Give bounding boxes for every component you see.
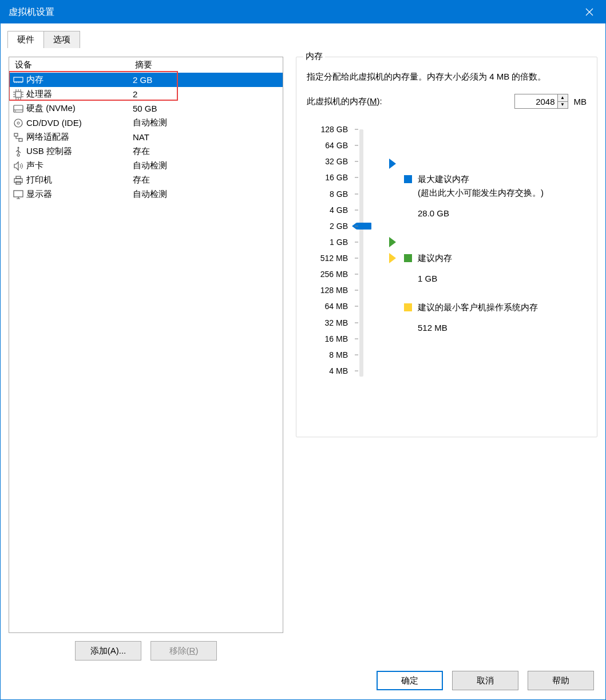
tick-label: 128 GB — [321, 125, 348, 134]
device-row-usb[interactable]: USB 控制器 存在 — [9, 144, 283, 159]
svg-rect-10 — [16, 176, 21, 179]
device-row-display[interactable]: 显示器 自动检测 — [9, 187, 283, 201]
device-name: CD/DVD (IDE) — [26, 118, 133, 128]
tick-label: 2 GB — [330, 222, 348, 231]
window-title: 虚拟机设置 — [9, 6, 54, 18]
memory-input[interactable] — [515, 94, 557, 108]
tick-mark — [355, 371, 358, 371]
col-device-header: 设备 — [15, 60, 135, 70]
legend-max-value: 28.0 GB — [418, 207, 544, 220]
tick-mark — [355, 306, 358, 307]
help-button[interactable]: 帮助 — [528, 671, 594, 690]
legend-column: 最大建议内存 (超出此大小可能发生内存交换。) 28.0 GB 建议内存 1 G… — [404, 127, 587, 379]
memory-slider-area: 128 GB64 GB32 GB16 GB8 GB4 GB2 GB1 GB512… — [307, 127, 587, 379]
device-summary: 2 — [133, 89, 283, 99]
cancel-button[interactable]: 取消 — [452, 671, 518, 690]
disk-icon — [13, 103, 24, 114]
spin-up[interactable]: ▲ — [558, 94, 568, 102]
tick-mark — [355, 322, 358, 323]
svg-point-5 — [17, 122, 19, 124]
legend-min: 建议的最小客户机操作系统内存 512 MB — [404, 301, 538, 334]
device-name: 硬盘 (NVMe) — [26, 103, 133, 114]
marker-min-icon — [389, 253, 396, 263]
device-summary: 存在 — [133, 146, 283, 157]
svg-rect-12 — [14, 191, 23, 197]
col-summary-header: 摘要 — [135, 60, 283, 70]
device-row-cd[interactable]: CD/DVD (IDE) 自动检测 — [9, 116, 283, 130]
legend-min-value: 512 MB — [418, 322, 538, 334]
tab-options[interactable]: 选项 — [43, 31, 80, 48]
device-summary: 自动检测 — [133, 160, 283, 171]
slider-track-line — [359, 129, 363, 377]
tab-options-label: 选项 — [53, 34, 70, 44]
ok-button[interactable]: 确定 — [377, 671, 443, 690]
legend-rec-title: 建议内存 — [418, 252, 452, 264]
device-list-header: 设备 摘要 — [9, 57, 283, 73]
svg-point-4 — [14, 119, 22, 127]
svg-point-8 — [17, 154, 19, 156]
usb-icon — [13, 146, 24, 157]
tick-label: 256 MB — [320, 270, 348, 279]
tick-label: 128 MB — [320, 286, 348, 295]
svg-point-3 — [15, 110, 16, 112]
add-button[interactable]: 添加(A)... — [75, 641, 141, 661]
left-pane: 设备 摘要 内存 2 GB 处理器 2 — [9, 57, 283, 661]
remove-button[interactable]: 移除(R) — [150, 641, 217, 661]
device-name: 声卡 — [26, 160, 133, 171]
dialog-buttons: 确定 取消 帮助 — [1, 669, 605, 699]
tick-mark — [355, 161, 358, 162]
device-summary: 存在 — [133, 175, 283, 185]
legend-max: 最大建议内存 (超出此大小可能发生内存交换。) 28.0 GB — [404, 173, 544, 220]
printer-icon — [13, 175, 24, 186]
legend-rec: 建议内存 1 GB — [404, 252, 452, 285]
spin-down[interactable]: ▼ — [558, 102, 568, 109]
network-icon — [13, 132, 24, 143]
svg-rect-7 — [19, 139, 22, 141]
device-list[interactable]: 设备 摘要 内存 2 GB 处理器 2 — [9, 57, 283, 633]
groupbox-title: 内存 — [303, 51, 325, 62]
right-pane: 内存 指定分配给此虚拟机的内存量。内存大小必须为 4 MB 的倍数。 此虚拟机的… — [296, 57, 597, 661]
content: 设备 摘要 内存 2 GB 处理器 2 — [1, 49, 605, 669]
legend-max-title: 最大建议内存 — [418, 173, 544, 185]
memory-slider[interactable] — [352, 127, 370, 379]
tick-labels: 128 GB64 GB32 GB16 GB8 GB4 GB2 GB1 GB512… — [307, 127, 352, 379]
device-row-disk[interactable]: 硬盘 (NVMe) 50 GB — [9, 101, 283, 116]
tick-label: 16 GB — [325, 173, 348, 182]
cd-icon — [13, 117, 24, 129]
device-row-memory[interactable]: 内存 2 GB — [9, 73, 283, 87]
titlebar: 虚拟机设置 — [1, 1, 605, 23]
tick-label: 32 MB — [325, 318, 348, 327]
left-buttons: 添加(A)... 移除(R) — [9, 641, 283, 661]
marker-column — [370, 127, 404, 379]
cpu-icon — [13, 89, 24, 100]
tab-hardware[interactable]: 硬件 — [7, 31, 44, 48]
memory-icon — [13, 74, 24, 86]
spinbox-arrows: ▲ ▼ — [557, 94, 568, 108]
swatch-green-icon — [404, 254, 412, 262]
tick-mark — [355, 242, 358, 242]
legend-max-note: (超出此大小可能发生内存交换。) — [418, 187, 544, 199]
memory-spinbox[interactable]: ▲ ▼ — [514, 94, 568, 109]
svg-rect-6 — [14, 133, 18, 136]
close-icon — [585, 8, 593, 16]
swatch-yellow-icon — [404, 303, 412, 311]
swatch-blue-icon — [404, 175, 412, 183]
device-row-cpu[interactable]: 处理器 2 — [9, 87, 283, 101]
close-button[interactable] — [573, 1, 605, 23]
tick-label: 8 GB — [330, 189, 348, 199]
tick-mark — [355, 129, 358, 130]
device-row-network[interactable]: 网络适配器 NAT — [9, 130, 283, 144]
device-name: 打印机 — [26, 175, 133, 185]
tick-mark — [355, 354, 358, 355]
tab-hardware-label: 硬件 — [17, 34, 34, 44]
svg-rect-9 — [14, 179, 22, 183]
device-summary: 50 GB — [133, 104, 283, 113]
tick-mark — [355, 226, 358, 226]
tick-label: 8 MB — [329, 350, 348, 359]
device-row-sound[interactable]: 声卡 自动检测 — [9, 159, 283, 173]
device-name: USB 控制器 — [26, 146, 133, 157]
legend-min-title: 建议的最小客户机操作系统内存 — [418, 301, 538, 314]
tick-label: 16 MB — [325, 334, 348, 343]
device-row-printer[interactable]: 打印机 存在 — [9, 173, 283, 187]
tick-mark — [355, 177, 358, 178]
